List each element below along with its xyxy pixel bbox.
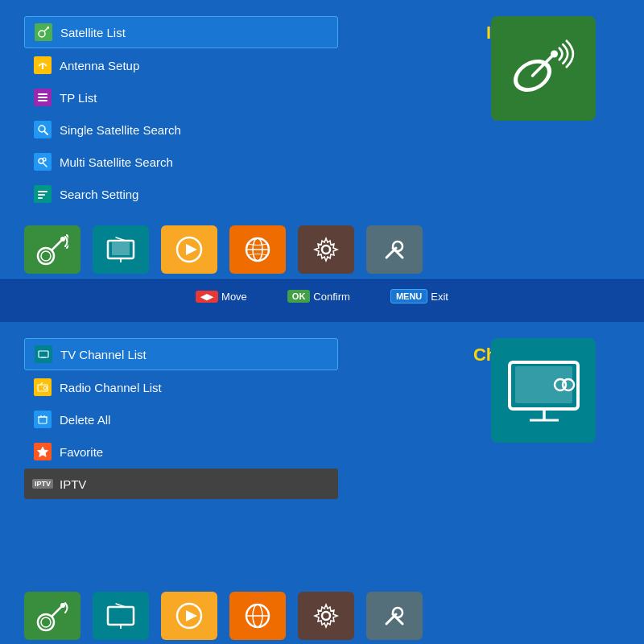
svg-rect-25 (112, 242, 130, 255)
tv-channel-list-icon (35, 345, 52, 363)
bottom-icon-media[interactable] (161, 225, 217, 274)
svg-rect-19 (38, 197, 43, 199)
nav-move: ◀▶ Move (196, 291, 247, 303)
svg-point-21 (41, 251, 51, 261)
satellite-feature-icon (491, 16, 596, 121)
favorite-label: Favorite (60, 445, 103, 459)
confirm-label: Confirm (313, 291, 350, 303)
satellite-list-icon (35, 23, 52, 41)
tv-feature-icon (491, 338, 596, 443)
svg-rect-18 (38, 194, 45, 196)
move-button[interactable]: ◀▶ (196, 291, 218, 303)
bottom-icon2-tv[interactable] (93, 592, 149, 640)
bottom-icon-satellite[interactable] (24, 225, 80, 274)
svg-point-3 (551, 51, 558, 58)
svg-marker-54 (38, 447, 48, 456)
iptv-badge: IPTV (32, 479, 53, 489)
svg-point-58 (60, 603, 65, 608)
screen: Installation Satel (0, 0, 644, 644)
svg-point-5 (39, 31, 45, 37)
search-setting-label: Search Setting (60, 188, 138, 201)
antenna-icon (34, 56, 52, 74)
move-label: Move (221, 291, 247, 303)
bottom-icon2-satellite[interactable] (24, 592, 80, 640)
delete-all-label: Delete All (60, 413, 110, 427)
svg-point-68 (322, 612, 330, 620)
menu-item-tv-channel-list[interactable]: TV Channel List (24, 338, 338, 370)
nav-confirm: OK Confirm (287, 290, 350, 303)
tv-channel-list-label: TV Channel List (60, 348, 147, 361)
svg-line-57 (52, 606, 62, 616)
bottom-icon2-media[interactable] (161, 592, 217, 640)
delete-all-icon (34, 411, 52, 428)
multi-satellite-search-label: Multi Satellite Search (60, 155, 173, 169)
svg-rect-50 (39, 417, 47, 423)
ok-button[interactable]: OK (287, 290, 311, 303)
iptv-icon: IPTV (34, 475, 52, 493)
bottom-icon2-globe[interactable] (229, 592, 286, 640)
svg-point-34 (322, 246, 330, 254)
bottom-icon-tv[interactable] (93, 225, 149, 274)
radio-channel-list-icon (34, 378, 52, 396)
top-nav-bar: ◀▶ Move OK Confirm MENU Exit (0, 278, 644, 314)
bottom-menu-panel: TV Channel List Radio Channel List Delet… (24, 338, 338, 499)
menu-item-antenna-setup[interactable]: Antenna Setup (24, 50, 338, 80)
bottom-icons-row (24, 592, 423, 640)
single-satellite-search-label: Single Satellite Search (60, 123, 181, 137)
svg-point-49 (43, 386, 47, 390)
antenna-setup-label: Antenna Setup (60, 59, 139, 72)
svg-rect-11 (38, 100, 47, 101)
tp-list-icon (34, 89, 52, 106)
bottom-icon2-tools[interactable] (366, 592, 423, 640)
menu-item-single-satellite-search[interactable]: Single Satellite Search (24, 114, 338, 145)
multi-search-icon (34, 153, 52, 171)
satellite-list-label: Satellite List (60, 26, 126, 39)
svg-rect-10 (38, 97, 47, 98)
top-section: Installation Satel (0, 0, 644, 314)
bottom-icon-globe[interactable] (229, 225, 286, 274)
top-menu-panel: Satellite List Antenna Setup TP List (24, 16, 338, 209)
bottom-icon-settings[interactable] (298, 225, 354, 274)
tp-list-label: TP List (60, 91, 97, 105)
menu-item-multi-satellite-search[interactable]: Multi Satellite Search (24, 147, 338, 177)
top-icons-row (24, 225, 423, 274)
satellite-dish-svg (507, 32, 580, 105)
svg-marker-30 (186, 244, 197, 255)
svg-line-22 (52, 240, 62, 250)
svg-rect-17 (38, 191, 47, 192)
svg-point-55 (38, 614, 54, 630)
svg-rect-45 (39, 351, 48, 357)
menu-item-delete-all[interactable]: Delete All (24, 404, 338, 435)
svg-line-13 (44, 131, 47, 134)
svg-rect-47 (38, 385, 47, 391)
nav-exit: MENU Exit (390, 289, 448, 303)
exit-label: Exit (431, 291, 448, 303)
bottom-section: Channel List TV Channel List (0, 322, 644, 644)
single-search-icon (34, 121, 52, 138)
favorite-icon (34, 443, 52, 460)
search-setting-icon (34, 185, 52, 203)
menu-item-favorite[interactable]: Favorite (24, 436, 338, 467)
svg-rect-39 (515, 366, 572, 403)
radio-channel-list-label: Radio Channel List (60, 381, 162, 394)
menu-item-radio-channel-list[interactable]: Radio Channel List (24, 372, 338, 402)
divider (0, 314, 644, 322)
bottom-icon-tools[interactable] (366, 225, 423, 274)
menu-item-search-setting[interactable]: Search Setting (24, 179, 338, 209)
svg-line-16 (43, 163, 47, 167)
svg-point-56 (41, 617, 51, 627)
menu-button[interactable]: MENU (390, 289, 427, 303)
svg-marker-64 (186, 610, 197, 621)
menu-item-satellite-list[interactable]: Satellite List (24, 16, 338, 48)
svg-point-23 (60, 237, 65, 242)
menu-item-iptv[interactable]: IPTV IPTV (24, 469, 338, 499)
bottom-icon2-settings[interactable] (298, 592, 354, 640)
svg-point-20 (38, 248, 54, 264)
svg-point-15 (43, 158, 46, 161)
svg-rect-9 (38, 93, 47, 95)
iptv-label: IPTV (60, 477, 86, 491)
svg-rect-59 (108, 607, 134, 625)
menu-item-tp-list[interactable]: TP List (24, 82, 338, 113)
